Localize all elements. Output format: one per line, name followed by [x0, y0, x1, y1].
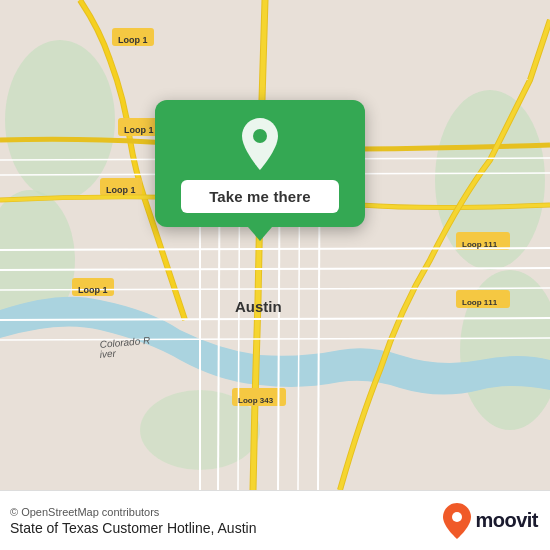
moovit-logo: moovit	[443, 503, 538, 539]
location-icon-wrap	[234, 118, 286, 170]
moovit-text: moovit	[475, 509, 538, 532]
map-container: Colorado R iver Austin Loop 1 Loop 1 Loo…	[0, 0, 550, 490]
svg-point-23	[253, 129, 267, 143]
footer-left: © OpenStreetMap contributors State of Te…	[10, 506, 256, 536]
destination-label: State of Texas Customer Hotline, Austin	[10, 520, 256, 536]
svg-text:Loop 343: Loop 343	[238, 396, 274, 405]
svg-text:Loop 1: Loop 1	[118, 35, 148, 45]
svg-text:Loop 111: Loop 111	[462, 240, 498, 249]
footer: © OpenStreetMap contributors State of Te…	[0, 490, 550, 550]
svg-text:iver: iver	[99, 348, 117, 360]
osm-credit: © OpenStreetMap contributors	[10, 506, 256, 518]
svg-text:Loop 1: Loop 1	[106, 185, 136, 195]
popup-card: Take me there	[155, 100, 365, 227]
svg-text:Loop 1: Loop 1	[124, 125, 154, 135]
svg-text:Loop 1: Loop 1	[78, 285, 108, 295]
svg-point-24	[452, 512, 462, 522]
svg-point-1	[5, 40, 115, 200]
svg-text:Austin: Austin	[235, 298, 282, 315]
svg-text:Loop 111: Loop 111	[462, 298, 498, 307]
take-me-there-button[interactable]: Take me there	[181, 180, 339, 213]
location-pin-icon	[238, 118, 282, 170]
moovit-pin-icon	[443, 503, 471, 539]
map-svg: Colorado R iver Austin Loop 1 Loop 1 Loo…	[0, 0, 550, 490]
